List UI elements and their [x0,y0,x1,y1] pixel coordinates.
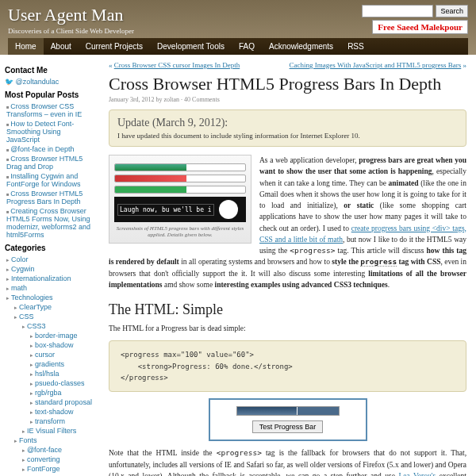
twitter-link[interactable]: 🐦 @zoltandulac [5,78,94,86]
list-item[interactable]: Cross Browser HTML5 Progress Bars In Dep… [6,190,83,205]
list-item[interactable]: Cygwin [11,265,35,273]
demo-box: Test Progress Bar [209,398,367,441]
section-intro: The HTML for a Progress bar is dead simp… [109,323,466,334]
figure-caption: Screenshots of HTML5 progress bars with … [114,225,246,238]
list-item[interactable]: math [11,284,27,292]
section-heading: The HTML: Simple [109,301,466,318]
nav-ack[interactable]: Acknowledgments [262,38,340,55]
list-item[interactable]: CSS3 [27,322,46,330]
progress-sample [114,163,246,171]
main-content: « Cross Browser CSS cursor Images In Dep… [99,55,476,476]
nav-faq[interactable]: FAQ [232,38,262,55]
article-title: Cross Browser HTML5 Progress Bars In Dep… [109,74,466,94]
list-item[interactable]: cursor [35,351,55,359]
code-example: <progress max="100" value="60"> <strong>… [109,340,466,392]
list-item[interactable]: transform [35,417,65,425]
list-item[interactable]: CSS [19,313,34,321]
update-heading: Update (March 9, 2012): [117,117,458,129]
list-item[interactable]: gradients [35,360,64,368]
nav-projects[interactable]: Current Projects [79,38,150,55]
list-item[interactable]: Installing Cygwin and FontForge for Wind… [6,172,81,188]
list-item[interactable]: Creating Cross Browser HTML5 Forms Now, … [6,207,90,239]
post-nav: « Cross Browser CSS cursor Images In Dep… [109,61,466,69]
silhouette-icon [219,200,238,219]
list-item[interactable]: border-image [35,332,78,340]
contact-heading: Contact Me [5,66,94,75]
update-callout: Update (March 9, 2012): I have updated t… [109,109,466,147]
search-button[interactable]: Search [436,5,468,17]
branding: User Agent Man Discoveries of a Client S… [8,5,134,35]
list-item[interactable]: Color [11,255,29,263]
list-item[interactable]: IE Visual Filters [27,427,76,435]
nav-home[interactable]: Home [8,38,44,55]
promo-badge[interactable]: Free Saeed Malekpour [372,20,468,34]
nav-tools[interactable]: Development Tools [150,38,232,55]
list-item[interactable]: converting [27,455,60,463]
demo-progress-bar [236,406,340,416]
categories-tree: Color Cygwin Internationalization math T… [6,255,94,476]
article-meta: January 3rd, 2012 by zoltan · 40 Comment… [109,96,466,103]
list-item[interactable]: How to Detect Font-Smoothing Using JavaS… [6,120,74,144]
header-right: Search Free Saeed Malekpour [362,5,468,34]
list-item[interactable]: Internationalization [11,274,71,282]
list-item[interactable]: ClearType [19,303,52,311]
list-item[interactable]: standard proposal [35,398,92,406]
list-item[interactable]: FontForge [27,465,60,473]
list-item[interactable]: @font-face [27,446,62,454]
list-item[interactable]: hsl/hsla [35,370,60,378]
search-form: Search [362,5,468,17]
list-item[interactable]: Cross Browser HTML5 Drag and Drop [6,155,83,171]
list-item[interactable]: psuedo-classes [35,379,85,387]
list-item[interactable]: rgb/rgba [35,389,62,397]
popular-list: Cross Browser CSS Transforms – even in I… [6,102,94,239]
screenshot-figure: Laugh now, bu we'll be i Screenshots of … [109,155,251,244]
progress-sample [114,175,246,182]
list-item[interactable]: Technologies [11,294,53,301]
update-body: I have updated this document to include … [117,132,458,140]
list-item[interactable]: @font-face in Depth [10,145,74,153]
progress-sample [114,186,246,194]
site-tagline: Discoveries of a Client Side Web Develop… [8,27,134,35]
site-header: User Agent Man Discoveries of a Client S… [0,0,476,55]
test-progress-button[interactable]: Test Progress Bar [252,420,324,433]
main-nav: Home About Current Projects Development … [8,38,468,55]
sample-text: Laugh now, bu we'll be i [117,204,214,216]
next-post-link[interactable]: Caching Images With JavaScript and HTML5… [290,61,462,69]
list-item[interactable]: box-shadow [35,341,74,349]
list-item[interactable]: Cross Browser CSS Transforms – even in I… [6,102,82,118]
progress-sample-dark: Laugh now, bu we'll be i [114,197,246,222]
list-item[interactable]: Fonts [19,436,37,444]
list-item[interactable]: text-shadow [35,408,74,416]
nav-about[interactable]: About [44,38,79,55]
popular-heading: Most Popular Posts [5,90,94,99]
prev-post-link[interactable]: Cross Browser CSS cursor Images In Depth [114,61,240,69]
search-input[interactable] [362,5,433,17]
site-title[interactable]: User Agent Man [8,5,134,25]
note-paragraph: Note that the HTML inside the <progress>… [109,447,466,476]
nav-rss[interactable]: RSS [340,38,371,55]
categories-heading: Categories [5,244,94,252]
sidebar: Contact Me 🐦 @zoltandulac Most Popular P… [0,55,99,476]
twitter-handle: @zoltandulac [16,78,60,86]
